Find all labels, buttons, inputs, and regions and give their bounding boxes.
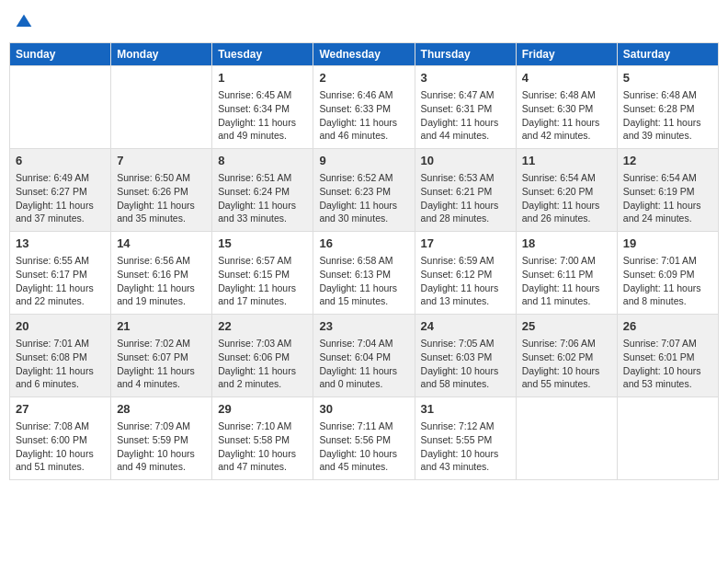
day-info: Sunrise: 6:47 AM Sunset: 6:31 PM Dayligh…: [421, 88, 510, 143]
day-number: 5: [623, 70, 712, 86]
day-number: 20: [16, 318, 105, 335]
day-info: Sunrise: 6:57 AM Sunset: 6:15 PM Dayligh…: [218, 254, 307, 308]
calendar-cell: 6Sunrise: 6:49 AM Sunset: 6:27 PM Daylig…: [10, 149, 111, 232]
calendar-header-row: SundayMondayTuesdayWednesdayThursdayFrid…: [10, 43, 719, 66]
calendar-cell: 17Sunrise: 6:59 AM Sunset: 6:12 PM Dayli…: [415, 232, 516, 315]
day-number: 9: [319, 153, 408, 169]
calendar-cell: [516, 397, 617, 480]
day-info: Sunrise: 7:10 AM Sunset: 5:58 PM Dayligh…: [218, 419, 307, 474]
page-header: [9, 9, 719, 35]
calendar-cell: [617, 397, 718, 480]
day-info: Sunrise: 6:48 AM Sunset: 6:30 PM Dayligh…: [522, 88, 611, 143]
calendar-cell: 21Sunrise: 7:02 AM Sunset: 6:07 PM Dayli…: [111, 315, 212, 397]
calendar-week-row: 20Sunrise: 7:01 AM Sunset: 6:08 PM Dayli…: [10, 315, 719, 397]
day-number: 4: [522, 70, 611, 86]
day-number: 6: [16, 153, 105, 169]
day-info: Sunrise: 6:53 AM Sunset: 6:21 PM Dayligh…: [421, 171, 510, 225]
day-header-monday: Monday: [111, 43, 212, 66]
day-info: Sunrise: 7:05 AM Sunset: 6:03 PM Dayligh…: [421, 337, 510, 391]
day-number: 15: [218, 236, 307, 252]
logo: [15, 13, 33, 31]
calendar-cell: 18Sunrise: 7:00 AM Sunset: 6:11 PM Dayli…: [516, 232, 617, 315]
day-info: Sunrise: 6:54 AM Sunset: 6:19 PM Dayligh…: [623, 171, 712, 225]
day-number: 24: [421, 318, 510, 335]
calendar-cell: 28Sunrise: 7:09 AM Sunset: 5:59 PM Dayli…: [111, 397, 212, 480]
day-header-tuesday: Tuesday: [212, 43, 313, 66]
calendar-week-row: 27Sunrise: 7:08 AM Sunset: 6:00 PM Dayli…: [10, 397, 719, 480]
calendar-cell: 12Sunrise: 6:54 AM Sunset: 6:19 PM Dayli…: [617, 149, 718, 232]
day-info: Sunrise: 7:11 AM Sunset: 5:56 PM Dayligh…: [319, 419, 408, 474]
calendar-cell: 4Sunrise: 6:48 AM Sunset: 6:30 PM Daylig…: [516, 66, 617, 149]
day-number: 16: [319, 236, 408, 252]
calendar-cell: 3Sunrise: 6:47 AM Sunset: 6:31 PM Daylig…: [415, 66, 516, 149]
day-number: 19: [623, 236, 712, 252]
day-info: Sunrise: 6:54 AM Sunset: 6:20 PM Dayligh…: [522, 171, 611, 225]
calendar-week-row: 13Sunrise: 6:55 AM Sunset: 6:17 PM Dayli…: [10, 232, 719, 315]
calendar-cell: 25Sunrise: 7:06 AM Sunset: 6:02 PM Dayli…: [516, 315, 617, 397]
calendar-table: SundayMondayTuesdayWednesdayThursdayFrid…: [9, 42, 719, 480]
day-number: 21: [117, 318, 206, 335]
calendar-cell: 7Sunrise: 6:50 AM Sunset: 6:26 PM Daylig…: [111, 149, 212, 232]
day-info: Sunrise: 6:49 AM Sunset: 6:27 PM Dayligh…: [16, 171, 105, 225]
day-info: Sunrise: 6:52 AM Sunset: 6:23 PM Dayligh…: [319, 171, 408, 225]
day-info: Sunrise: 6:51 AM Sunset: 6:24 PM Dayligh…: [218, 171, 307, 225]
day-info: Sunrise: 7:08 AM Sunset: 6:00 PM Dayligh…: [16, 419, 105, 474]
day-header-thursday: Thursday: [415, 43, 516, 66]
calendar-cell: 24Sunrise: 7:05 AM Sunset: 6:03 PM Dayli…: [415, 315, 516, 397]
day-info: Sunrise: 7:03 AM Sunset: 6:06 PM Dayligh…: [218, 337, 307, 391]
calendar-cell: 27Sunrise: 7:08 AM Sunset: 6:00 PM Dayli…: [10, 397, 111, 480]
day-info: Sunrise: 6:58 AM Sunset: 6:13 PM Dayligh…: [319, 254, 408, 308]
calendar-week-row: 6Sunrise: 6:49 AM Sunset: 6:27 PM Daylig…: [10, 149, 719, 232]
day-number: 11: [522, 153, 611, 169]
day-info: Sunrise: 6:46 AM Sunset: 6:33 PM Dayligh…: [319, 88, 408, 143]
day-info: Sunrise: 7:12 AM Sunset: 5:55 PM Dayligh…: [421, 419, 510, 474]
day-info: Sunrise: 6:56 AM Sunset: 6:16 PM Dayligh…: [117, 254, 206, 308]
day-info: Sunrise: 6:45 AM Sunset: 6:34 PM Dayligh…: [218, 88, 307, 143]
day-number: 25: [522, 318, 611, 335]
calendar-cell: 30Sunrise: 7:11 AM Sunset: 5:56 PM Dayli…: [313, 397, 415, 480]
day-info: Sunrise: 7:04 AM Sunset: 6:04 PM Dayligh…: [319, 337, 408, 391]
day-number: 31: [421, 401, 510, 418]
day-number: 29: [218, 401, 307, 418]
day-number: 27: [16, 401, 105, 418]
day-info: Sunrise: 7:07 AM Sunset: 6:01 PM Dayligh…: [623, 337, 712, 391]
day-info: Sunrise: 7:01 AM Sunset: 6:09 PM Dayligh…: [623, 254, 712, 308]
calendar-cell: 29Sunrise: 7:10 AM Sunset: 5:58 PM Dayli…: [212, 397, 313, 480]
day-header-friday: Friday: [516, 43, 617, 66]
logo-icon: [15, 13, 33, 31]
calendar-cell: [111, 66, 212, 149]
day-number: 17: [421, 236, 510, 252]
day-number: 1: [218, 70, 307, 86]
calendar-cell: 2Sunrise: 6:46 AM Sunset: 6:33 PM Daylig…: [313, 66, 415, 149]
calendar-cell: 14Sunrise: 6:56 AM Sunset: 6:16 PM Dayli…: [111, 232, 212, 315]
day-header-wednesday: Wednesday: [313, 43, 415, 66]
day-number: 7: [117, 153, 206, 169]
calendar-cell: 9Sunrise: 6:52 AM Sunset: 6:23 PM Daylig…: [313, 149, 415, 232]
svg-marker-0: [17, 15, 32, 27]
day-number: 14: [117, 236, 206, 252]
day-info: Sunrise: 6:55 AM Sunset: 6:17 PM Dayligh…: [16, 254, 105, 308]
day-info: Sunrise: 6:59 AM Sunset: 6:12 PM Dayligh…: [421, 254, 510, 308]
day-number: 30: [319, 401, 408, 418]
day-number: 22: [218, 318, 307, 335]
day-number: 26: [623, 318, 712, 335]
calendar-cell: 11Sunrise: 6:54 AM Sunset: 6:20 PM Dayli…: [516, 149, 617, 232]
day-header-saturday: Saturday: [617, 43, 718, 66]
calendar-cell: 1Sunrise: 6:45 AM Sunset: 6:34 PM Daylig…: [212, 66, 313, 149]
day-number: 2: [319, 70, 408, 86]
calendar-cell: 8Sunrise: 6:51 AM Sunset: 6:24 PM Daylig…: [212, 149, 313, 232]
day-number: 8: [218, 153, 307, 169]
calendar-cell: 20Sunrise: 7:01 AM Sunset: 6:08 PM Dayli…: [10, 315, 111, 397]
calendar-cell: 26Sunrise: 7:07 AM Sunset: 6:01 PM Dayli…: [617, 315, 718, 397]
day-number: 28: [117, 401, 206, 418]
day-info: Sunrise: 7:09 AM Sunset: 5:59 PM Dayligh…: [117, 419, 206, 474]
calendar-cell: 22Sunrise: 7:03 AM Sunset: 6:06 PM Dayli…: [212, 315, 313, 397]
day-info: Sunrise: 7:01 AM Sunset: 6:08 PM Dayligh…: [16, 337, 105, 391]
day-number: 12: [623, 153, 712, 169]
day-number: 23: [319, 318, 408, 335]
day-info: Sunrise: 6:50 AM Sunset: 6:26 PM Dayligh…: [117, 171, 206, 225]
calendar-cell: 31Sunrise: 7:12 AM Sunset: 5:55 PM Dayli…: [415, 397, 516, 480]
calendar-cell: 23Sunrise: 7:04 AM Sunset: 6:04 PM Dayli…: [313, 315, 415, 397]
day-info: Sunrise: 6:48 AM Sunset: 6:28 PM Dayligh…: [623, 88, 712, 143]
day-number: 18: [522, 236, 611, 252]
